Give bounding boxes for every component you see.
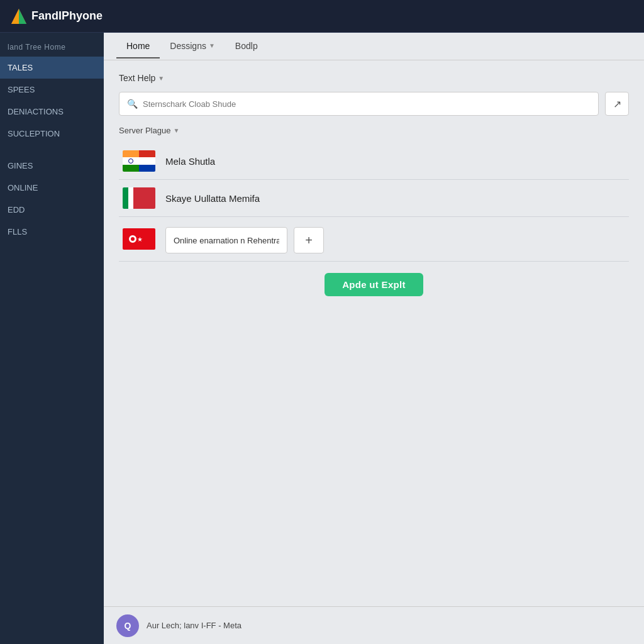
tab-bodlp[interactable]: Bodlp — [225, 35, 268, 58]
tab-home[interactable]: Home — [116, 35, 160, 58]
list-item: Mela Shutla — [119, 143, 629, 180]
list-item-text: Skaye Uullatta Memifa — [165, 193, 260, 204]
tab-home-label: Home — [126, 41, 150, 51]
svg-marker-2 — [11, 9, 19, 24]
server-plague-label: Server Plague — [119, 126, 170, 135]
avatar-letter: Q — [125, 621, 131, 631]
sidebar-item-label: SUCLEPTION — [8, 129, 60, 138]
sidebar-item-tales[interactable]: TALES — [0, 57, 104, 79]
server-plague-dropdown[interactable]: Server Plague ▼ — [119, 126, 629, 135]
text-help-bar: Text Help ▼ — [119, 73, 629, 83]
logo-text: FandIPhyone — [31, 9, 103, 23]
sidebar-item-edd[interactable]: EDD — [0, 199, 104, 221]
content-area: Home Dessigns ▼ Bodlp Text Help ▼ — [104, 33, 644, 644]
sidebar-item-gines[interactable]: GINES — [0, 155, 104, 177]
action-button-label: Apde ut Explt — [342, 279, 406, 290]
svg-marker-1 — [19, 9, 26, 24]
sidebar-header: land Tree Home — [0, 33, 104, 57]
plus-icon: + — [305, 233, 313, 248]
search-input-wrap: 🔍 — [119, 92, 599, 116]
logo-icon — [10, 8, 28, 25]
flag-india-paraguay — [123, 150, 155, 172]
sidebar: land Tree Home TALES SPEES DENIACTIONS S… — [0, 33, 104, 644]
main-panel: Text Help ▼ 🔍 ↗ Server Plague ▼ — [104, 60, 644, 606]
sidebar-item-label: ONLINE — [8, 183, 38, 192]
main-layout: land Tree Home TALES SPEES DENIACTIONS S… — [0, 33, 644, 644]
list-item-text: Mela Shutla — [165, 156, 215, 167]
inline-text-input[interactable] — [165, 227, 287, 253]
sidebar-item-label: DENIACTIONS — [8, 107, 64, 116]
chevron-down-icon: ▼ — [173, 127, 179, 134]
nav-tabs: Home Dessigns ▼ Bodlp — [104, 33, 644, 60]
chevron-down-icon: ▼ — [209, 42, 215, 49]
list-item: Skaye Uullatta Memifa — [119, 180, 629, 217]
sidebar-item-label: TALES — [8, 63, 33, 72]
search-row: 🔍 ↗ — [119, 92, 629, 116]
topbar: FandIPhyone — [0, 0, 644, 33]
sidebar-item-label: FLLS — [8, 227, 27, 236]
flag-turkey: ★ — [123, 228, 155, 250]
text-help-dropdown[interactable]: Text Help ▼ — [119, 73, 164, 83]
chevron-down-icon: ▼ — [158, 75, 164, 82]
action-button[interactable]: Apde ut Explt — [325, 273, 423, 296]
user-info-text: Aur Lech; lanv I-FF - Meta — [147, 621, 242, 630]
flag-italy-red — [123, 187, 155, 209]
add-button[interactable]: + — [294, 227, 324, 253]
tab-bodlp-label: Bodlp — [235, 41, 258, 51]
search-icon: 🔍 — [127, 99, 138, 109]
sidebar-item-label: EDD — [8, 205, 25, 214]
sidebar-item-spees[interactable]: SPEES — [0, 79, 104, 101]
text-help-label-text: Text Help — [119, 73, 155, 83]
sidebar-item-deniactions[interactable]: DENIACTIONS — [0, 101, 104, 123]
search-input[interactable] — [143, 99, 591, 109]
list-container: Mela Shutla Skaye Uullatta Mem — [119, 143, 629, 262]
sidebar-item-flls[interactable]: FLLS — [0, 221, 104, 243]
sidebar-item-label: GINES — [8, 161, 33, 170]
action-btn-wrap: Apde ut Explt — [119, 273, 629, 296]
input-row: + — [165, 227, 324, 253]
list-item-input: ★ + — [119, 217, 629, 262]
bottom-bar: Q Aur Lech; lanv I-FF - Meta — [104, 606, 644, 644]
external-link-button[interactable]: ↗ — [605, 92, 629, 116]
sidebar-item-label: SPEES — [8, 85, 35, 94]
sidebar-item-sucleption[interactable]: SUCLEPTION — [0, 123, 104, 145]
avatar: Q — [116, 614, 139, 637]
sidebar-item-online[interactable]: ONLINE — [0, 177, 104, 199]
tab-dessigns[interactable]: Dessigns ▼ — [160, 35, 225, 58]
logo: FandIPhyone — [10, 8, 103, 25]
tab-dessigns-label: Dessigns — [170, 41, 206, 51]
